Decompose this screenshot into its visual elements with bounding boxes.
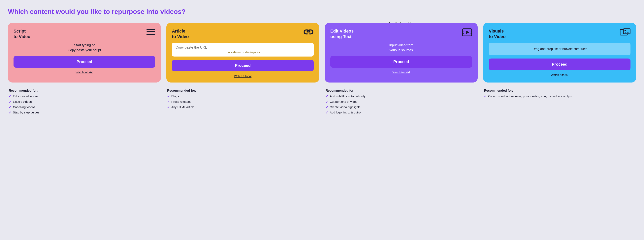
card-body-text: Input video fromvarious sources xyxy=(330,43,472,53)
rec-block-edit: Recommended for: ✓ Add subtitles automat… xyxy=(325,89,478,116)
watch-tutorial-visuals[interactable]: Watch tutorial xyxy=(489,73,630,77)
page-title: Which content would you like to repurpos… xyxy=(8,8,636,15)
proceed-button-script[interactable]: Proceed xyxy=(14,56,155,68)
check-icon: ✓ xyxy=(167,105,170,110)
rec-item: ✓ Create video highlights xyxy=(326,105,477,110)
url-input[interactable] xyxy=(176,45,310,50)
svg-rect-2 xyxy=(146,34,155,35)
rec-title: Recommended for: xyxy=(9,89,160,92)
video-edit-icon xyxy=(462,28,472,38)
card-header: Article to Video xyxy=(172,28,314,39)
rec-block-script: Recommended for: ✓ Educational videos ✓ … xyxy=(8,89,161,116)
check-icon: ✓ xyxy=(326,105,328,110)
rec-item: ✓ Step by step guides xyxy=(9,110,160,115)
rec-item: ✓ Add logo, intro, & outro xyxy=(326,110,477,115)
rec-item: ✓ Add subtitles automatically xyxy=(326,94,477,99)
visuals-icon xyxy=(620,28,630,38)
recommendations-row: Recommended for: ✓ Educational videos ✓ … xyxy=(8,89,636,116)
rec-item: ✓ Any HTML article xyxy=(167,105,318,110)
rec-item: ✓ Listicle videos xyxy=(9,100,160,104)
proceed-button-edit[interactable]: Proceed xyxy=(330,56,472,68)
watch-tutorial-edit[interactable]: Watch tutorial xyxy=(330,71,472,74)
check-icon: ✓ xyxy=(9,111,11,115)
card-header: Script to Video xyxy=(14,28,155,39)
rec-title: Recommended for: xyxy=(484,89,635,92)
rec-block-visuals: Recommended for: ✓ Create short videos u… xyxy=(483,89,636,116)
svg-marker-5 xyxy=(466,30,469,34)
card-article-to-video: Article to Video Use ctrl+v or cmd+v to … xyxy=(166,23,319,83)
rec-item: ✓ Blogs xyxy=(167,94,318,99)
rec-block-article: Recommended for: ✓ Blogs ✓ Press release… xyxy=(166,89,319,116)
watch-tutorial-article[interactable]: Watch tutorial xyxy=(172,75,314,78)
check-icon: ✓ xyxy=(326,100,328,104)
check-icon: ✓ xyxy=(167,94,170,99)
card-title: Article to Video xyxy=(172,28,189,39)
cards-container: Script to Video Start typing orCopy past… xyxy=(8,23,636,83)
check-icon: ✓ xyxy=(9,105,11,110)
proceed-button-visuals[interactable]: Proceed xyxy=(489,59,630,70)
svg-rect-1 xyxy=(146,31,155,32)
card-visuals-to-video: Visuals to Video Drag and drop file or b… xyxy=(483,23,636,83)
check-icon: ✓ xyxy=(484,94,486,99)
check-icon: ✓ xyxy=(167,100,170,104)
rec-item: ✓ Coaching videos xyxy=(9,105,160,110)
rec-item: ✓ Press releases xyxy=(167,100,318,104)
url-input-container[interactable]: Use ctrl+v or cmd+v to paste xyxy=(172,43,314,57)
check-icon: ✓ xyxy=(326,94,328,99)
drag-drop-box[interactable]: Drag and drop file or browse computer xyxy=(489,43,630,55)
rec-title: Recommended for: xyxy=(326,89,477,92)
card-body-text: Start typing orCopy paste your script xyxy=(14,43,155,53)
card-title: Edit Videos using Text xyxy=(330,28,354,39)
svg-point-13 xyxy=(624,30,626,31)
script-icon xyxy=(146,28,155,37)
proceed-button-article[interactable]: Proceed xyxy=(172,60,314,71)
url-hint: Use ctrl+v or cmd+v to paste xyxy=(176,51,310,54)
card-header: Visuals to Video xyxy=(489,28,630,39)
check-icon: ✓ xyxy=(9,94,11,99)
card-title: Visuals to Video xyxy=(489,28,506,39)
card-edit-videos: Edit Videos using Text Input video fromv… xyxy=(325,23,478,83)
link-icon xyxy=(303,28,314,37)
rec-item: ✓ Create short videos using your existin… xyxy=(484,94,635,99)
card-script-to-video: Script to Video Start typing orCopy past… xyxy=(8,23,161,83)
check-icon: ✓ xyxy=(9,100,11,104)
card-header: Edit Videos using Text xyxy=(330,28,472,39)
check-icon: ✓ xyxy=(326,111,328,115)
card-title: Script to Video xyxy=(14,28,30,39)
rec-item: ✓ Cut portions of video xyxy=(326,100,477,104)
rec-item: ✓ Educational videos xyxy=(9,94,160,99)
watch-tutorial-script[interactable]: Watch tutorial xyxy=(14,71,155,74)
rec-title: Recommended for: xyxy=(167,89,318,92)
svg-rect-0 xyxy=(146,29,155,30)
